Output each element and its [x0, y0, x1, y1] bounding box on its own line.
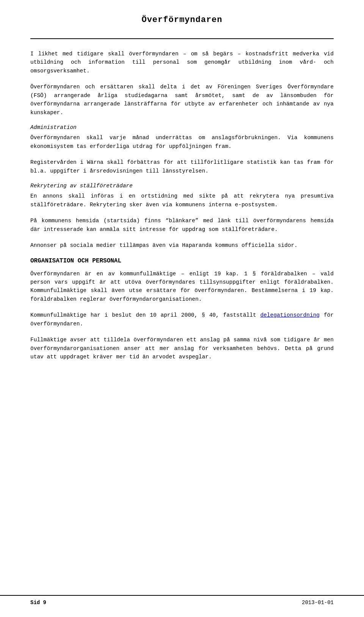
paragraph-4: Registervården i Wärna skall förbättras … [30, 158, 334, 175]
page-footer: Sid 9 2013-01-01 [0, 595, 364, 606]
paragraph-8: Överförmyndaren är en av kommunfullmäkti… [30, 270, 334, 304]
footer-page-number: Sid 9 [30, 600, 46, 606]
paragraph-10: Fullmäktige avser att tilldela överförmy… [30, 336, 334, 361]
top-divider [30, 38, 334, 39]
page-title: Överförmyndaren [30, 15, 334, 25]
footer-date: 2013-01-01 [302, 600, 334, 606]
admin-section-heading: Administration [30, 124, 334, 130]
content-area: I likhet med tidigare skall överförmynda… [30, 50, 334, 361]
paragraph-2: Överförmyndaren och ersättaren skall del… [30, 83, 334, 117]
paragraph-6: På kommunens hemsida (startsida) finns “… [30, 217, 334, 234]
paragraph-5: En annons skall införas i en ortstidning… [30, 192, 334, 209]
page-container: Överförmyndaren I likhet med tidigare sk… [0, 0, 364, 617]
page-header: Överförmyndaren [30, 15, 334, 25]
paragraph-7: Annonser på sociala medier tillämpas äve… [30, 241, 334, 250]
delegationsordning-link[interactable]: delegationsordning [260, 312, 320, 318]
rekrytering-section-heading: Rekrytering av ställföreträdare [30, 183, 334, 189]
paragraph-9-before-link: Kommunfullmäktige har i beslut den 10 ap… [30, 312, 260, 318]
paragraph-9: Kommunfullmäktige har i beslut den 10 ap… [30, 311, 334, 328]
org-section-heading: ORGANISATION OCH PERSONAL [30, 257, 334, 264]
paragraph-3: Överförmyndaren skall varje månad underr… [30, 133, 334, 151]
paragraph-1: I likhet med tidigare skall överförmynda… [30, 50, 334, 75]
